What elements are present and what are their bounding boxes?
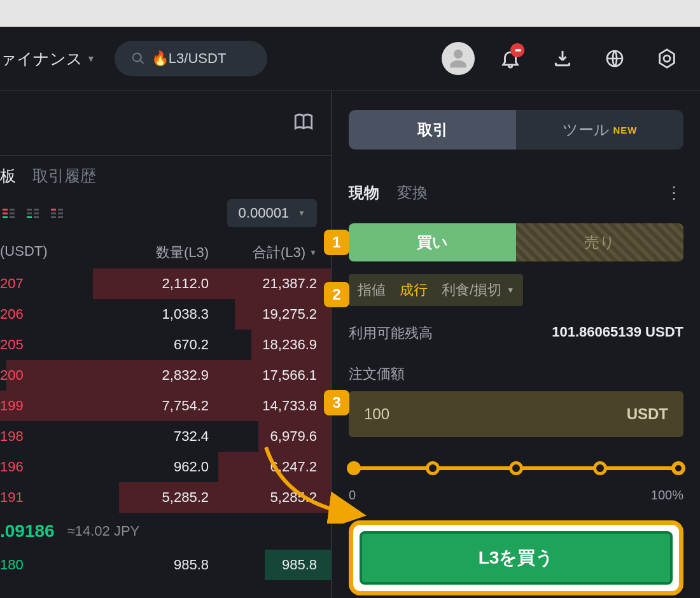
ask-qty: 7,754.2 [102,398,209,414]
col-total[interactable]: 合計(L3)▼ [209,243,317,262]
orderbook-ask-row[interactable]: 198 732.4 6,979.6 [0,421,331,452]
slider-node-0[interactable] [347,461,361,475]
ask-total: 6,979.6 [209,428,317,445]
search-icon [131,52,145,66]
avatar[interactable] [442,42,475,75]
ask-price: 191 [0,489,102,506]
trade-panel: 取引 ツール NEW 現物 変換 ⋮ 買い 売り 指値 成行 利食/損切 ▼ [331,90,700,598]
slider-node-50[interactable] [509,461,523,475]
chevron-down-icon: ▼ [309,248,317,257]
ask-price: 199 [0,398,102,414]
ask-total: 17,566.1 [209,367,317,384]
topbar: ァイナンス ▼ 🔥L3/USDT ••• [0,27,700,90]
step-badge-2: 2 [324,282,349,307]
download-button[interactable] [546,42,579,75]
depth-precision-select[interactable]: 0.00001 ▼ [227,199,317,227]
orderbook-ask-row[interactable]: 196 962.0 6,247.2 [0,452,331,482]
slider-labels: 0 100% [349,488,683,503]
book-icon [293,111,314,133]
buy-button-highlight: L3を買う [349,520,683,595]
globe-icon [605,48,625,69]
orderbook-header: (USDT) 数量(L3) 合計(L3)▼ [0,230,331,268]
step-badge-3: 3 [324,390,349,415]
amount-value: 100 [364,405,627,423]
user-icon [447,48,469,69]
app-window: ァイナンス ▼ 🔥L3/USDT ••• [0,27,700,598]
more-menu-icon[interactable]: ⋮ [666,183,683,203]
col-price: (USDT) [0,243,102,262]
step-badge-1: 1 [324,230,349,255]
orderbook-bids: 180 985.8 985.8 [0,550,331,580]
ask-price: 207 [0,275,102,292]
mid-price-value: .09186 [0,521,55,541]
language-button[interactable] [598,42,631,75]
tab-trade-history[interactable]: 取引履歴 [32,165,96,186]
seg-trade[interactable]: 取引 [349,110,516,150]
search-input[interactable]: 🔥L3/USDT [115,41,267,76]
guide-button[interactable] [293,111,314,136]
orderbook-panel: 板 取引履歴 0.00001 ▼ (USDT) 数量(L3) 合計(L3)▼ [0,90,331,598]
notification-badge: ••• [510,43,524,57]
settings-button[interactable] [650,42,683,75]
slider-max: 100% [651,488,683,503]
download-icon [552,48,573,69]
amount-input[interactable]: 100 USDT [349,391,683,437]
orderbook-ask-row[interactable]: 200 2,832.9 17,566.1 [0,360,331,391]
search-text: 🔥L3/USDT [151,50,226,67]
ask-total: 18,236.9 [209,337,317,353]
view-asks-icon[interactable] [51,209,65,218]
mode-spot[interactable]: 現物 [349,183,379,203]
chevron-down-icon: ▼ [87,53,95,64]
ask-qty: 5,285.2 [102,489,209,506]
buy-sell-toggle: 買い 売り [349,223,683,261]
orderbook-ask-row[interactable]: 191 5,285.2 5,285.2 [0,482,331,513]
orderbook-ask-row[interactable]: 206 1,038.3 19,275.2 [0,299,331,330]
ordertype-limit[interactable]: 指値 [358,281,386,300]
ask-total: 14,733.8 [209,398,317,414]
buy-toggle[interactable]: 買い [349,223,516,261]
mid-price-approx: ≈14.02 JPY [67,523,140,539]
slider-min: 0 [349,488,356,503]
bid-total: 985.8 [209,557,317,573]
buy-button[interactable]: L3を買う [360,531,673,585]
mode-convert[interactable]: 変換 [397,183,428,203]
panel-segmented: 取引 ツール NEW [349,110,683,150]
view-both-icon[interactable] [3,209,17,218]
orderbook-ask-row[interactable]: 205 670.2 18,236.9 [0,330,331,360]
ask-price: 198 [0,428,102,445]
orderbook-ask-row[interactable]: 199 7,754.2 14,733.8 [0,391,331,421]
ask-total: 5,285.2 [209,489,317,506]
orderbook-bid-row[interactable]: 180 985.8 985.8 [0,550,331,580]
svg-point-2 [664,55,670,62]
depth-precision-value: 0.00001 [239,205,290,221]
orderbook-ask-row[interactable]: 207 2,112.0 21,387.2 [0,268,331,299]
ordertype-stop[interactable]: 利食/損切 [442,281,501,300]
notifications-button[interactable]: ••• [494,42,527,75]
view-bids-icon[interactable] [27,209,41,218]
browser-chrome [0,0,700,27]
bid-qty: 985.8 [102,557,209,573]
orderbook-view-icons [0,209,65,218]
ask-price: 206 [0,306,102,323]
ask-qty: 670.2 [102,337,209,353]
nav-finance-dropdown[interactable]: ァイナンス ▼ [0,48,95,69]
mode-row: 現物 変換 ⋮ [349,177,683,208]
seg-tools[interactable]: ツール NEW [516,110,683,150]
ask-qty: 2,112.0 [102,275,209,292]
col-qty: 数量(L3) [102,243,209,262]
percent-slider[interactable] [349,456,683,482]
tab-orderbook[interactable]: 板 [0,165,16,186]
slider-node-100[interactable] [671,461,685,475]
bid-price: 180 [0,557,102,573]
svg-marker-1 [660,50,675,67]
chevron-down-icon: ▼ [298,209,305,218]
ask-total: 6,247.2 [209,459,317,475]
available-balance-value: 101.86065139 USDT [552,324,683,349]
slider-node-25[interactable] [426,461,440,475]
slider-node-75[interactable] [593,461,607,475]
ask-price: 200 [0,367,102,384]
ask-qty: 732.4 [102,428,209,445]
sell-toggle[interactable]: 売り [516,223,683,261]
ordertype-market[interactable]: 成行 [400,281,428,300]
ask-qty: 1,038.3 [102,306,209,323]
